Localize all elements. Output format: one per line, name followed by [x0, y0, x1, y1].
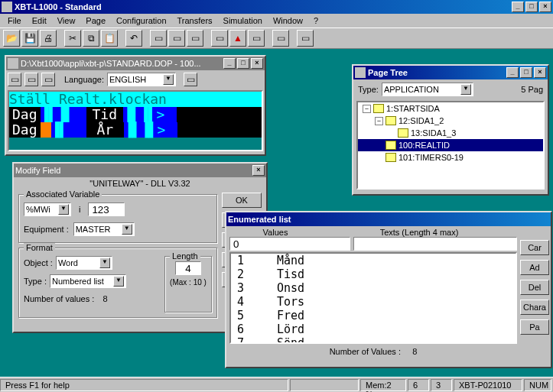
tree-item[interactable]: 101:TIMERS0-19 [358, 151, 543, 164]
menu-window[interactable]: Window [268, 15, 307, 27]
app-minimize-button[interactable]: _ [512, 2, 524, 12]
tool-paste[interactable]: 📋 [101, 30, 118, 47]
pagetree-maximize-button[interactable]: □ [520, 67, 532, 78]
tool-a3[interactable]: ▭ [187, 30, 203, 47]
enum-side-button-4[interactable]: Pa [520, 319, 549, 335]
modify-titlebar: Modify Field × [14, 164, 266, 177]
pagetree-icon [355, 67, 366, 78]
app-maximize-button[interactable]: □ [525, 2, 538, 12]
pagetree-type-label: Type: [358, 85, 379, 94]
tool-b1[interactable]: ▭ [211, 30, 228, 47]
enum-row[interactable]: 3Onsd [231, 281, 516, 295]
tool-undo[interactable]: ↶ [125, 30, 142, 47]
equipment-dropdown[interactable]: MASTER ▼ [73, 222, 135, 236]
enum-side-button-3[interactable]: Chara [520, 300, 549, 315]
tool-b3[interactable]: ▭ [248, 30, 265, 47]
tree-item-label: 100:REALTID [398, 141, 450, 150]
tree-item[interactable]: 13:SIDA1_3 [358, 127, 543, 139]
enum-row-value: 3 [231, 281, 277, 295]
enum-side-button-2[interactable]: Del [520, 280, 549, 295]
pagetree-list[interactable]: −1:STARTSIDA−12:SIDA1_213:SIDA1_3100:REA… [356, 101, 545, 190]
folder-icon [385, 116, 396, 125]
enum-row-value: 7 [231, 336, 277, 344]
pagetree-pages-label: 5 Pag [521, 85, 543, 94]
tool-b2[interactable]: ▲ [229, 30, 246, 47]
folder-icon [385, 141, 396, 150]
tree-toggle-icon[interactable]: − [363, 105, 371, 113]
enum-row[interactable]: 4Tors [231, 295, 516, 309]
preview-dag2-label: Dag [9, 122, 41, 138]
menu-configuration[interactable]: Configuration [112, 15, 171, 27]
enum-row-text: Månd [277, 254, 304, 267]
doc-tool-2[interactable]: ▭ [24, 73, 38, 86]
tool-cut[interactable]: ✂ [64, 30, 81, 47]
menu-transfers[interactable]: Transfers [173, 15, 217, 27]
enum-row[interactable]: 2Tisd [231, 267, 516, 281]
enum-row-text: Onsd [277, 281, 304, 295]
tool-print[interactable]: 🖨 [40, 30, 57, 47]
language-dropdown[interactable]: ENGLISH ▼ [107, 73, 176, 86]
type-label: Type : [24, 277, 47, 286]
menu-edit[interactable]: Edit [28, 15, 51, 27]
tree-toggle-icon[interactable]: − [375, 117, 383, 125]
enum-row-value: 1 [231, 254, 277, 267]
tree-item[interactable]: −12:SIDA1_2 [358, 115, 543, 127]
tool-copy[interactable]: ⧉ [83, 30, 99, 47]
object-label: Object : [24, 258, 53, 267]
menu-help[interactable]: ? [309, 15, 323, 27]
pagetree-close-button[interactable]: × [534, 67, 546, 78]
enum-side-button-0[interactable]: Car [520, 240, 549, 255]
app-close-button[interactable]: × [539, 2, 551, 12]
modify-title: Modify Field [15, 166, 60, 175]
doc-tool-4[interactable]: ▭ [184, 73, 197, 86]
statusbar: Press F1 for help Mem:2 % 6 3 XBT-P02101… [0, 377, 553, 392]
ok-button[interactable]: OK [222, 193, 262, 208]
enum-side-button-1[interactable]: Ad [520, 260, 549, 275]
display-preview[interactable]: Ställ Realt.klockan Dag ▐▌▐▌ Tid ▐▌▐▌> D… [8, 90, 263, 151]
var-type-dropdown[interactable]: %MWi ▼ [24, 202, 71, 216]
enum-text-input[interactable] [353, 237, 517, 251]
enum-value-input[interactable] [229, 237, 350, 251]
i-input[interactable] [88, 202, 125, 216]
enum-row-text: Sönd [277, 336, 304, 344]
enum-titlebar: Enumerated list [226, 212, 551, 226]
document-window: D:\Xbt1000\appli\xbt-p\STANDARD.DOP - 10… [5, 55, 266, 156]
menu-view[interactable]: View [53, 15, 80, 27]
modify-close-button[interactable]: × [252, 165, 265, 176]
enum-row-text: Lörd [277, 322, 304, 336]
menu-file[interactable]: File [3, 15, 26, 27]
enum-listbox[interactable]: 1Månd2Tisd3Onsd4Tors5Fred6Lörd7Sönd [229, 252, 517, 344]
doc-tool-3[interactable]: ▭ [41, 73, 55, 86]
tool-save[interactable]: 💾 [21, 30, 38, 47]
tool-a2[interactable]: ▭ [168, 30, 185, 47]
pagetree-title: Page Tree [368, 68, 408, 77]
enum-row-text: Tors [277, 295, 304, 309]
pagetree-minimize-button[interactable]: _ [506, 67, 519, 78]
enum-row[interactable]: 6Lörd [231, 322, 516, 336]
menubar: File Edit View Page Configuration Transf… [0, 14, 553, 28]
type-dropdown[interactable]: Numbered list ▼ [50, 274, 126, 288]
doc-tool-1[interactable]: ▭ [8, 73, 21, 86]
status-mem-a: 6 [408, 379, 429, 391]
pagetree-type-value: APPLICATION [384, 85, 439, 94]
chevron-down-icon: ▼ [122, 224, 132, 235]
tool-open[interactable]: 📂 [3, 30, 20, 47]
tree-item-label: 101:TIMERS0-19 [398, 153, 464, 162]
length-input[interactable] [175, 261, 201, 275]
tool-a1[interactable]: ▭ [150, 30, 167, 47]
tool-c1[interactable]: ▭ [272, 30, 289, 47]
tool-c2[interactable]: ▭ [297, 30, 314, 47]
tree-item[interactable]: 100:REALTID [358, 139, 543, 151]
pagetree-type-dropdown[interactable]: APPLICATION ▼ [382, 83, 473, 96]
menu-simulation[interactable]: Simulation [219, 15, 267, 27]
enum-row[interactable]: 1Månd [231, 254, 516, 267]
doc-maximize-button[interactable]: □ [237, 58, 249, 69]
doc-minimize-button[interactable]: _ [223, 58, 236, 69]
enum-footer-label: Number of Values : [330, 347, 401, 356]
enum-row[interactable]: 5Fred [231, 309, 516, 322]
tree-item[interactable]: −1:STARTSIDA [358, 102, 543, 115]
menu-page[interactable]: Page [81, 15, 110, 27]
enum-row[interactable]: 7Sönd [231, 336, 516, 344]
object-dropdown[interactable]: Word ▼ [56, 256, 112, 270]
doc-close-button[interactable]: × [251, 58, 263, 69]
